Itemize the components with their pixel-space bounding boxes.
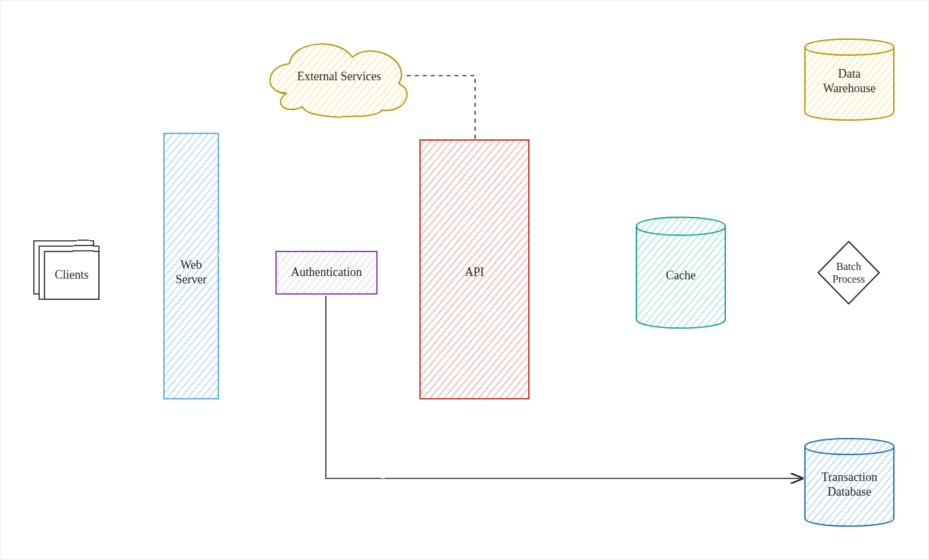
node-external-services: [270, 44, 407, 117]
node-clients: [34, 241, 99, 299]
node-data-warehouse: [805, 39, 894, 120]
edge-auth-transactiondb: [326, 296, 802, 478]
node-cache: [636, 218, 725, 328]
edge-api-external: [405, 76, 475, 139]
svg-rect-15: [164, 133, 218, 399]
diagram-svg: [1, 1, 929, 560]
svg-rect-14: [44, 251, 99, 299]
node-api: [420, 140, 529, 399]
diagram-canvas: Clients Web Server Authentication API Ca…: [0, 0, 929, 560]
svg-rect-17: [420, 140, 529, 399]
node-authentication: [276, 251, 377, 294]
svg-rect-16: [276, 251, 377, 294]
node-transaction-database: [805, 439, 894, 526]
node-web-server: [164, 133, 218, 399]
node-batch-process: [818, 242, 879, 304]
